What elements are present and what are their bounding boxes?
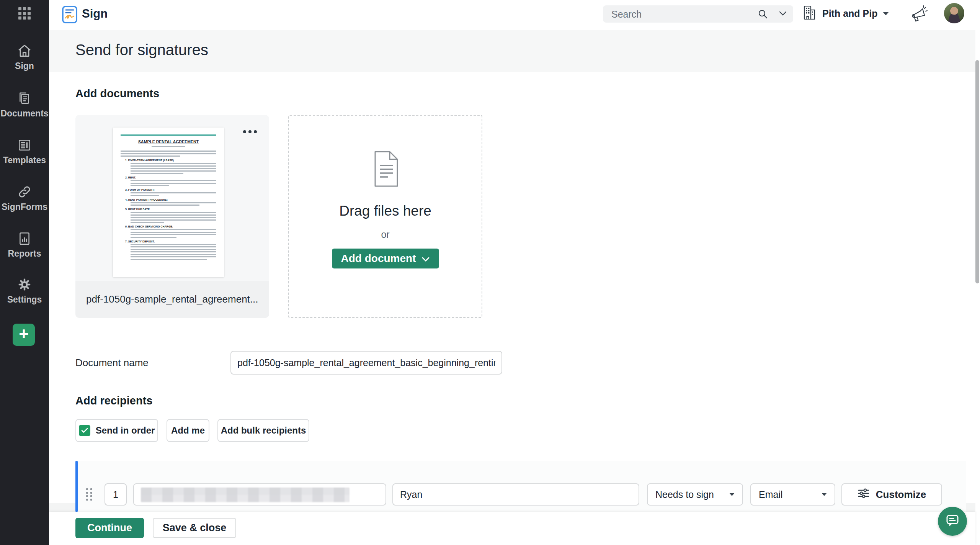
sidebar-item-reports[interactable]: Reports	[0, 231, 49, 259]
document-name-input[interactable]	[230, 351, 502, 375]
announcements-icon[interactable]	[910, 5, 929, 25]
send-in-order-checkbox[interactable]	[79, 425, 90, 436]
document-filename: pdf-1050g-sample_rental_agreement...	[86, 293, 261, 305]
org-name: Pith and Pip	[822, 8, 877, 19]
app-grid-icon[interactable]	[0, 6, 49, 21]
add-bulk-recipients-button[interactable]: Add bulk recipients	[217, 419, 309, 442]
continue-button[interactable]: Continue	[75, 518, 144, 538]
org-selector[interactable]: Pith and Pip	[802, 5, 889, 22]
sidebar-item-label: Templates	[0, 155, 49, 165]
recipient-role-value: Needs to sign	[655, 489, 714, 500]
search-placeholder: Search	[611, 9, 642, 20]
recipient-email-input[interactable]	[133, 483, 386, 506]
add-recipients-heading: Add recipients	[75, 394, 152, 407]
or-text: or	[381, 229, 389, 240]
sidebar-item-label: Sign	[0, 61, 49, 71]
org-caret-icon	[883, 12, 889, 15]
recipient-delivery-select[interactable]: Email	[750, 483, 835, 506]
sidebar-item-documents[interactable]: Documents	[0, 91, 49, 119]
search-options-chevron-icon[interactable]	[779, 11, 787, 18]
preview-doc-title: SAMPLE RENTAL AGREEMENT	[121, 139, 216, 144]
gear-icon	[0, 277, 49, 292]
document-name-label: Document name	[75, 357, 149, 369]
recipient-delivery-value: Email	[759, 489, 783, 500]
vertical-scrollbar-thumb[interactable]	[975, 60, 979, 283]
document-card: SAMPLE RENTAL AGREEMENT 1. FIXED-TERM AG…	[75, 115, 269, 318]
customize-label: Customize	[876, 489, 926, 501]
sidebar: Sign Documents Templates	[0, 0, 49, 545]
save-and-close-button[interactable]: Save & close	[153, 518, 236, 538]
sidebar-item-label: Reports	[0, 249, 49, 259]
recipient-name-input[interactable]	[392, 483, 639, 506]
add-me-button[interactable]: Add me	[167, 419, 209, 442]
recipient-role-select[interactable]: Needs to sign	[647, 483, 743, 506]
customize-button[interactable]: Customize	[841, 483, 942, 506]
preview-section: 2. RENT:	[121, 176, 216, 186]
preview-section: 1. FIXED-TERM AGREEMENT (LEASE):	[121, 159, 216, 174]
recipient-row: 1 Needs to sign Email Customize	[75, 461, 966, 512]
preview-intro-lines	[121, 151, 216, 157]
add-document-label: Add document	[341, 252, 416, 265]
document-menu-icon[interactable]	[241, 128, 259, 136]
drag-handle-icon[interactable]	[86, 486, 95, 503]
topbar: Sign Search	[49, 0, 980, 30]
action-footer: Continue Save & close	[49, 512, 975, 545]
preview-section: 3. FORM OF PAYMENT:	[121, 188, 216, 196]
document-outline-icon	[368, 149, 403, 190]
building-icon	[802, 5, 817, 22]
send-in-order-toggle[interactable]: Send in order	[75, 419, 158, 442]
sidebar-item-settings[interactable]: Settings	[0, 277, 49, 305]
home-icon	[0, 44, 49, 58]
sliders-icon	[858, 488, 870, 502]
chat-support-button[interactable]	[938, 507, 967, 536]
sidebar-item-templates[interactable]: Templates	[0, 138, 49, 165]
document-filename-bar: pdf-1050g-sample_rental_agreement...	[75, 281, 269, 318]
send-in-order-label: Send in order	[96, 425, 155, 436]
recipient-order-box[interactable]: 1	[105, 483, 127, 506]
chat-bubble-icon	[945, 513, 960, 529]
role-caret-icon	[729, 493, 735, 496]
chevron-down-icon	[421, 252, 430, 265]
sidebar-item-sign[interactable]: Sign	[0, 44, 49, 71]
search-divider	[773, 9, 773, 19]
sidebar-item-label: Documents	[0, 108, 49, 119]
add-bulk-recipients-label: Add bulk recipients	[221, 425, 306, 436]
recipient-accent-bar	[75, 461, 78, 512]
document-preview: SAMPLE RENTAL AGREEMENT 1. FIXED-TERM AG…	[113, 128, 224, 277]
redacted-email	[141, 488, 350, 502]
preview-doc-subtitle-line	[152, 146, 185, 147]
preview-section: 4. RENT PAYMENT PROCEDURE:	[121, 198, 216, 206]
page-header: Send for signatures	[49, 30, 975, 72]
add-documents-heading: Add documents	[75, 87, 159, 100]
sidebar-item-signforms[interactable]: SignForms	[0, 185, 49, 212]
search-input[interactable]: Search	[603, 5, 793, 23]
delivery-caret-icon	[822, 493, 827, 496]
app-title: Sign	[82, 7, 108, 21]
sidebar-item-label: SignForms	[0, 202, 49, 212]
preview-section: 5. RENT DUE DATE:	[121, 208, 216, 223]
documents-icon	[0, 91, 49, 106]
sidebar-item-label: Settings	[0, 295, 49, 305]
file-dropzone[interactable]: Drag files here or Add document	[288, 115, 482, 318]
create-new-button[interactable]: +	[13, 324, 35, 346]
templates-icon	[0, 138, 49, 152]
preview-teal-rule	[121, 134, 216, 136]
preview-section: 6. BAD-CHECK SERVICING CHARGE:	[121, 225, 216, 238]
user-avatar[interactable]	[944, 3, 964, 23]
search-icon[interactable]	[758, 9, 768, 21]
drag-files-text: Drag files here	[339, 203, 431, 219]
add-document-button[interactable]: Add document	[332, 249, 439, 268]
report-chart-icon	[0, 231, 49, 246]
add-me-label: Add me	[171, 425, 205, 436]
sign-app-logo-icon	[62, 5, 78, 25]
preview-section: 7. SECURITY DEPOSIT:	[121, 240, 216, 260]
plus-icon: +	[19, 326, 29, 342]
zoho-sign-app: Sign Documents Templates	[0, 0, 980, 545]
page-title: Send for signatures	[75, 41, 208, 59]
link-icon	[0, 185, 49, 199]
